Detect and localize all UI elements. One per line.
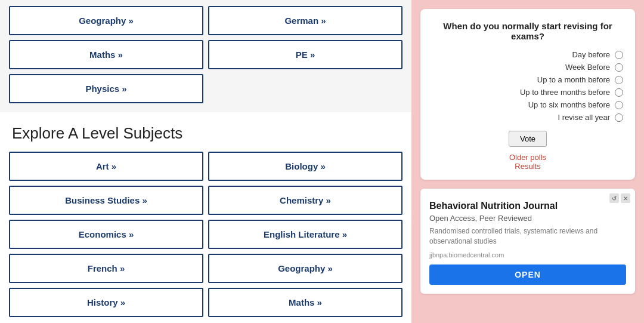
poll-radio-4[interactable] xyxy=(615,88,623,97)
poll-widget: When do you normally start revising for … xyxy=(420,9,635,180)
poll-option-5-label: Up to six months before xyxy=(528,100,610,109)
al-subject-business[interactable]: Business Studies » xyxy=(9,186,203,215)
al-subject-french[interactable]: French » xyxy=(9,254,203,283)
poll-option-1-label: Day before xyxy=(572,50,610,59)
alevel-subjects-grid: Art » Biology » Business Studies » Chemi… xyxy=(9,152,402,317)
al-subject-history[interactable]: History » xyxy=(9,288,203,317)
poll-option-6-label: I revise all year xyxy=(558,113,610,122)
gcse-subject-physics[interactable]: Physics » xyxy=(9,74,203,103)
results-link[interactable]: Results xyxy=(432,162,623,171)
poll-option-6[interactable]: I revise all year xyxy=(432,113,623,122)
ad-reload-button[interactable]: ↺ xyxy=(609,193,619,203)
poll-option-4[interactable]: Up to three months before xyxy=(432,88,623,97)
poll-radio-6[interactable] xyxy=(615,113,623,122)
poll-option-5[interactable]: Up to six months before xyxy=(432,100,623,109)
al-subject-biology[interactable]: Biology » xyxy=(208,152,402,181)
al-subject-art[interactable]: Art » xyxy=(9,152,203,181)
poll-radio-3[interactable] xyxy=(615,76,623,84)
ad-title: Behavioral Nutrition Journal xyxy=(429,201,626,211)
al-subject-english[interactable]: English Literature » xyxy=(208,220,402,249)
poll-question: When do you normally start revising for … xyxy=(432,21,623,41)
poll-option-2[interactable]: Week Before xyxy=(432,63,623,72)
ad-widget: ↺ ✕ Behavioral Nutrition Journal Open Ac… xyxy=(420,189,635,294)
gcse-subject-pe[interactable]: PE » xyxy=(208,40,402,69)
vote-button[interactable]: Vote xyxy=(509,131,547,147)
al-subject-chemistry[interactable]: Chemistry » xyxy=(208,186,402,215)
ad-url: jjbnpa.biomedcentral.com xyxy=(429,251,626,259)
poll-option-4-label: Up to three months before xyxy=(520,88,610,97)
main-content: Geography » German » Maths » PE » Physic… xyxy=(0,0,411,323)
al-subject-geography[interactable]: Geography » xyxy=(208,254,402,283)
poll-links: Older polls Results xyxy=(432,153,623,171)
poll-radio-2[interactable] xyxy=(615,63,623,72)
poll-option-2-label: Week Before xyxy=(565,63,610,72)
ad-controls: ↺ ✕ xyxy=(609,193,630,203)
alevel-title: Explore A Level Subjects xyxy=(12,124,402,143)
ad-subtitle: Open Access, Peer Reviewed xyxy=(429,214,626,223)
alevel-section: Explore A Level Subjects Art » Biology »… xyxy=(0,112,411,323)
poll-radio-1[interactable] xyxy=(615,51,623,59)
older-polls-link[interactable]: Older polls xyxy=(432,153,623,162)
al-subject-economics[interactable]: Economics » xyxy=(9,220,203,249)
gcse-subject-maths[interactable]: Maths » xyxy=(9,40,203,69)
gcse-subject-geography[interactable]: Geography » xyxy=(9,6,203,35)
poll-option-1[interactable]: Day before xyxy=(432,50,623,59)
ad-close-button[interactable]: ✕ xyxy=(621,193,630,203)
ad-open-button[interactable]: OPEN xyxy=(429,264,626,285)
poll-option-3-label: Up to a month before xyxy=(537,75,610,84)
al-subject-maths[interactable]: Maths » xyxy=(208,288,402,317)
poll-options: Day before Week Before Up to a month bef… xyxy=(432,50,623,122)
gcse-subject-german[interactable]: German » xyxy=(208,6,402,35)
ad-description: Randomised controlled trials, systematic… xyxy=(429,226,626,247)
sidebar: When do you normally start revising for … xyxy=(411,0,644,323)
gcse-section: Geography » German » Maths » PE » Physic… xyxy=(0,0,411,112)
gcse-subjects-grid: Geography » German » Maths » PE » Physic… xyxy=(9,6,402,103)
poll-option-3[interactable]: Up to a month before xyxy=(432,75,623,84)
poll-radio-5[interactable] xyxy=(615,101,623,109)
